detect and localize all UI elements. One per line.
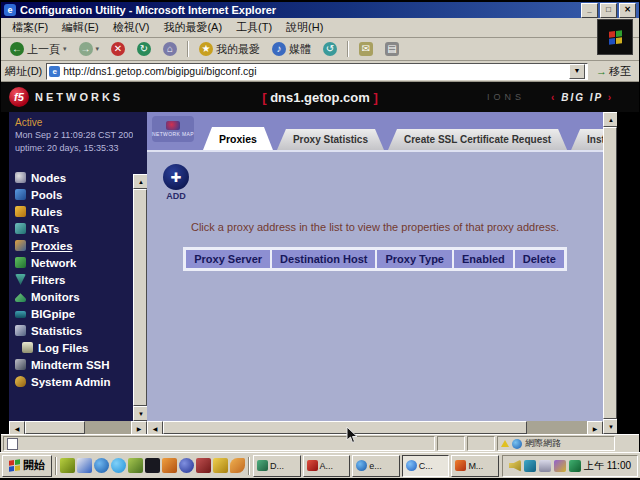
tab-install-ssl-certificate[interactable]: Install SSL Certif bbox=[571, 129, 603, 150]
volume-icon[interactable] bbox=[509, 460, 521, 472]
main-vertical-scrollbar[interactable]: ▲ ▼ bbox=[603, 112, 617, 434]
mail-button[interactable]: ✉ bbox=[354, 41, 378, 57]
taskbar-clock[interactable]: 上午 11:00 bbox=[584, 459, 631, 473]
history-button[interactable]: ↺ bbox=[318, 41, 342, 57]
forward-icon: → bbox=[79, 42, 93, 56]
quick-launch-icon-9[interactable] bbox=[196, 458, 211, 473]
sidebar-item-nodes[interactable]: Nodes bbox=[15, 171, 133, 184]
tray-network-icon[interactable] bbox=[569, 460, 581, 472]
menu-view[interactable]: 檢視(V) bbox=[106, 18, 157, 37]
home-button[interactable]: ⌂ bbox=[158, 41, 182, 57]
taskbar-separator bbox=[55, 457, 57, 475]
print-button[interactable]: ▤ bbox=[380, 41, 404, 57]
col-proxy-server: Proxy Server bbox=[186, 250, 270, 268]
task-button-2[interactable]: A... bbox=[303, 455, 351, 477]
tray-flag-icon[interactable] bbox=[524, 460, 536, 472]
add-icon: ✚ bbox=[163, 164, 189, 190]
task-button-5[interactable]: M... bbox=[451, 455, 499, 477]
add-proxy-button[interactable]: ✚ ADD bbox=[163, 164, 189, 201]
task-button-1[interactable]: D... bbox=[253, 455, 301, 477]
sidebar-vertical-scrollbar[interactable]: ▲ ▼ bbox=[133, 112, 147, 421]
pools-icon bbox=[15, 189, 26, 200]
start-button[interactable]: 開始 bbox=[2, 455, 52, 477]
favorites-button[interactable]: ★ 我的最愛 bbox=[194, 41, 265, 58]
refresh-button[interactable]: ↻ bbox=[132, 41, 156, 57]
system-admin-icon bbox=[15, 376, 26, 387]
media-button[interactable]: ♪ 媒體 bbox=[267, 41, 316, 58]
sidebar-scroll-thumb[interactable] bbox=[133, 189, 147, 406]
back-button[interactable]: ← 上一頁 ▾ bbox=[5, 41, 72, 58]
sidebar-item-monitors[interactable]: Monitors bbox=[15, 290, 133, 303]
quick-launch-icon-7[interactable] bbox=[162, 458, 177, 473]
quick-launch-icon-8[interactable] bbox=[179, 458, 194, 473]
ie-window-icon: e bbox=[4, 4, 16, 16]
status-badge: Active bbox=[15, 117, 133, 128]
main-hscroll-thumb[interactable] bbox=[163, 421, 527, 434]
tab-proxy-statistics[interactable]: Proxy Statistics bbox=[277, 129, 384, 150]
forward-dropdown-icon[interactable]: ▾ bbox=[96, 45, 100, 53]
toolbar-separator bbox=[347, 41, 349, 57]
task-icon-1 bbox=[257, 460, 268, 471]
sidebar-item-bigpipe[interactable]: BIGpipe bbox=[15, 307, 133, 320]
menu-edit[interactable]: 編輯(E) bbox=[55, 18, 106, 37]
quick-launch-icon-4[interactable] bbox=[111, 458, 126, 473]
menu-help[interactable]: 說明(H) bbox=[279, 18, 330, 37]
sidebar-item-rules[interactable]: Rules bbox=[15, 205, 133, 218]
go-button[interactable]: → 移至 bbox=[592, 64, 635, 79]
sidebar-item-log-files[interactable]: Log Files bbox=[15, 341, 133, 354]
tray-app-icon[interactable] bbox=[554, 460, 566, 472]
bigpipe-icon bbox=[15, 311, 26, 318]
bigip-label: BIG IP bbox=[561, 92, 603, 103]
quick-launch-icon-3[interactable] bbox=[94, 458, 109, 473]
scrollbar-spacer bbox=[133, 112, 147, 174]
warning-triangle-icon bbox=[501, 440, 509, 447]
quick-launch-icon-2[interactable] bbox=[77, 458, 92, 473]
maximize-button[interactable]: □ bbox=[600, 3, 617, 18]
close-button[interactable]: ✕ bbox=[619, 3, 636, 18]
quick-launch-icon-11[interactable] bbox=[230, 458, 245, 473]
menu-favorites[interactable]: 我的最愛(A) bbox=[156, 18, 229, 37]
sidebar-item-system-admin[interactable]: System Admin bbox=[15, 375, 133, 388]
menu-tools[interactable]: 工具(T) bbox=[229, 18, 279, 37]
sidebar-item-network[interactable]: Network bbox=[15, 256, 133, 269]
network-map-button[interactable]: NETWORK MAP bbox=[152, 116, 194, 142]
bigip-wordmark: ‹ BIG IP › bbox=[551, 92, 613, 103]
task-button-4-active[interactable]: C... bbox=[402, 455, 450, 477]
col-destination-host: Destination Host bbox=[272, 250, 375, 268]
sidebar-item-filters[interactable]: Filters bbox=[15, 273, 133, 286]
quick-launch-icon-6[interactable] bbox=[145, 458, 160, 473]
minimize-button[interactable]: _ bbox=[581, 3, 598, 18]
media-icon: ♪ bbox=[272, 42, 286, 56]
address-dropdown-icon[interactable]: ▼ bbox=[569, 64, 585, 79]
address-input[interactable] bbox=[63, 65, 569, 77]
system-tray: 上午 11:00 bbox=[502, 455, 638, 477]
statistics-icon bbox=[15, 325, 26, 336]
right-black-edge bbox=[617, 112, 639, 434]
chevron-left-icon: ‹ bbox=[551, 92, 556, 103]
sidebar-item-mindterm-ssh[interactable]: Mindterm SSH bbox=[15, 358, 133, 371]
tray-window-icon[interactable] bbox=[539, 460, 551, 472]
stop-icon: ✕ bbox=[111, 42, 125, 56]
sidebar-item-statistics[interactable]: Statistics bbox=[15, 324, 133, 337]
quick-launch-icon-5[interactable] bbox=[128, 458, 143, 473]
sidebar-item-proxies[interactable]: Proxies bbox=[15, 239, 133, 252]
main-scroll-thumb[interactable] bbox=[603, 127, 617, 419]
main-horizontal-scrollbar[interactable]: ◀ ▶ bbox=[147, 421, 603, 434]
quick-launch-icon-1[interactable] bbox=[60, 458, 75, 473]
bracket-open: [ bbox=[262, 90, 266, 105]
stop-button[interactable]: ✕ bbox=[106, 41, 130, 57]
quick-launch-bar bbox=[60, 458, 245, 473]
forward-button[interactable]: → ▾ bbox=[74, 41, 105, 57]
print-icon: ▤ bbox=[385, 42, 399, 56]
back-dropdown-icon[interactable]: ▾ bbox=[63, 45, 67, 53]
tab-proxies[interactable]: Proxies bbox=[203, 127, 273, 150]
window-title: Configuration Utility - Microsoft Intern… bbox=[20, 4, 579, 16]
sidebar-hscroll-thumb[interactable] bbox=[25, 421, 85, 434]
menu-file[interactable]: 檔案(F) bbox=[5, 18, 55, 37]
tab-create-ssl-certificate-request[interactable]: Create SSL Certificate Request bbox=[388, 129, 567, 150]
quick-launch-icon-10[interactable] bbox=[213, 458, 228, 473]
sidebar-horizontal-scrollbar[interactable]: ◀ ▶ bbox=[9, 421, 147, 434]
sidebar-item-pools[interactable]: Pools bbox=[15, 188, 133, 201]
sidebar-item-nats[interactable]: NATs bbox=[15, 222, 133, 235]
task-button-3[interactable]: e... bbox=[352, 455, 400, 477]
